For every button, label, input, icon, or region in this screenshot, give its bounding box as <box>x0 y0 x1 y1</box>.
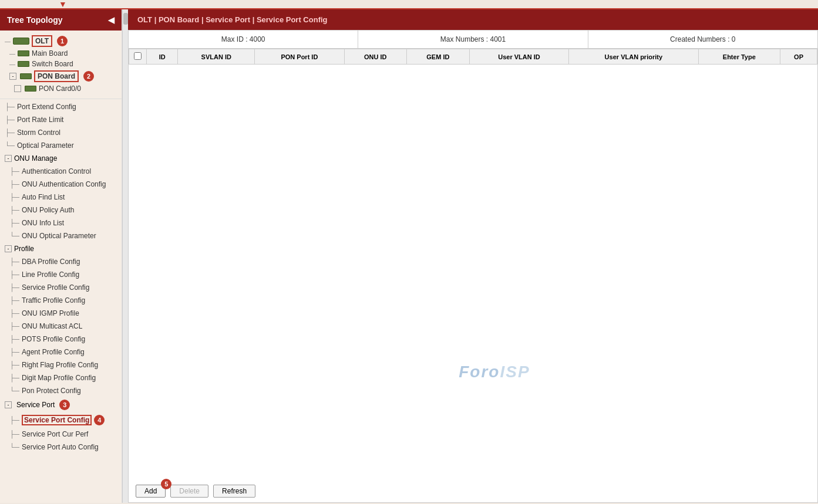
menu-agent-profile[interactable]: ├─ Agent Profile Config <box>0 346 122 358</box>
menu-group-profile[interactable]: - Profile <box>0 242 122 255</box>
top-arrow: ▼ <box>59 0 67 9</box>
menu-label-pon-protect: Pon Protect Config <box>22 387 81 395</box>
col-op: OP <box>780 49 817 65</box>
tree-node-main-board[interactable]: — Main Board <box>0 48 122 59</box>
menu-label-digit-map: Digit Map Profile Config <box>22 374 96 382</box>
badge-4: 4 <box>94 415 105 425</box>
col-gem-id: GEM ID <box>406 49 469 65</box>
menu-port-extend-config[interactable]: ├─ Port Extend Config <box>0 100 122 113</box>
pon-card-label: PON Card0/0 <box>39 84 81 93</box>
menu-label-onu-manage: ONU Manage <box>14 154 57 163</box>
pon-board-label: PON Board <box>34 70 79 82</box>
menu-label-onu-optical: ONU Optical Parameter <box>22 232 96 240</box>
prefix-icon: ├─ <box>5 258 19 266</box>
prefix-icon: ├─ <box>5 348 19 356</box>
stats-row: Max ID : 4000 Max Numbers : 4001 Created… <box>129 31 817 49</box>
menu-onu-auth-config[interactable]: ├─ ONU Authentication Config <box>0 178 122 191</box>
menu-group-service-port[interactable]: - Service Port 3 <box>0 397 122 412</box>
created-numbers-value: 0 <box>732 35 736 43</box>
breadcrumb-config: Service Port Config <box>257 15 328 24</box>
tree-node-switch-board[interactable]: — Switch Board <box>0 59 122 69</box>
breadcrumb-sep1: | <box>154 15 159 24</box>
watermark-text: ForoISP <box>459 363 530 381</box>
menu-onu-info-list[interactable]: ├─ ONU Info List <box>0 217 122 229</box>
max-id-value: 4000 <box>250 35 265 43</box>
menu-onu-multicast[interactable]: ├─ ONU Multicast ACL <box>0 320 122 333</box>
switch-board-icon <box>18 61 29 67</box>
menu-onu-optical-parameter[interactable]: └─ ONU Optical Parameter <box>0 229 122 242</box>
breadcrumb-pon-board: PON Board <box>159 15 199 24</box>
col-svlan-id: SVLAN ID <box>178 49 255 65</box>
badge-3: 3 <box>59 400 70 410</box>
menu-auto-find-list[interactable]: ├─ Auto Find List <box>0 191 122 204</box>
menu-label-onu-auth: ONU Authentication Config <box>22 180 106 188</box>
menu-service-port-config[interactable]: ├─ Service Port Config 4 <box>0 412 122 428</box>
tree-node-pon-card[interactable]: PON Card0/0 <box>0 83 122 94</box>
tree-node-olt[interactable]: — OLT 1 <box>0 34 122 48</box>
prefix-icon: └─ <box>5 232 19 240</box>
prefix-icon: ├─ <box>5 361 19 369</box>
menu-label-port-rate: Port Rate Limit <box>17 116 63 124</box>
prefix-icon: ├─ <box>5 416 19 424</box>
table-header-checkbox[interactable] <box>129 49 147 65</box>
switch-board-label: Switch Board <box>32 60 73 68</box>
max-id-cell: Max ID : 4000 <box>129 31 358 48</box>
pon-board-icon <box>20 73 32 79</box>
prefix-icon: ├─ <box>5 309 19 317</box>
prefix-icon: └─ <box>5 387 19 395</box>
breadcrumb: OLT | PON Board | Service Port | Service… <box>128 9 818 30</box>
menu-label-service-port-config: Service Port Config <box>22 415 92 425</box>
table-wrapper: ID SVLAN ID PON Port ID ONU ID GEM ID Us… <box>129 49 817 265</box>
prefix-icon: ├─ <box>5 322 19 330</box>
prefix-icon: └─ <box>5 141 15 150</box>
max-numbers-label: Max Numbers : <box>440 35 490 43</box>
olt-label: OLT <box>32 35 52 47</box>
menu-label-port-extend: Port Extend Config <box>17 103 76 111</box>
col-onu-id: ONU ID <box>344 49 406 65</box>
main-board-icon <box>18 50 29 56</box>
menu-pon-protect[interactable]: └─ Pon Protect Config <box>0 384 122 397</box>
watermark-container: ForoISP <box>129 265 817 481</box>
menu-label-auth-control: Authentication Control <box>22 167 91 175</box>
menu-service-port-cur-perf[interactable]: ├─ Service Port Cur Perf <box>0 428 122 441</box>
menu-storm-control[interactable]: ├─ Storm Control <box>0 126 122 139</box>
olt-icon <box>13 38 29 45</box>
menu-label-service-port: Service Port <box>16 401 55 409</box>
menu-line-profile[interactable]: ├─ Line Profile Config <box>0 268 122 281</box>
menu-label-onu-igmp: ONU IGMP Profile <box>22 309 79 317</box>
menu-onu-policy-auth[interactable]: ├─ ONU Policy Auth <box>0 204 122 217</box>
breadcrumb-olt: OLT <box>137 15 152 24</box>
select-all-checkbox[interactable] <box>134 52 142 60</box>
tree-node-pon-board[interactable]: - PON Board 2 <box>0 69 122 83</box>
menu-optical-parameter[interactable]: └─ Optical Parameter <box>0 139 122 152</box>
menu-pots-profile[interactable]: ├─ POTS Profile Config <box>0 333 122 346</box>
prefix-icon: └─ <box>5 443 19 451</box>
menu-authentication-control[interactable]: ├─ Authentication Control <box>0 165 122 178</box>
max-numbers-value: 4001 <box>490 35 506 43</box>
menu-service-port-auto-config[interactable]: └─ Service Port Auto Config <box>0 441 122 454</box>
menu-label-line-profile: Line Profile Config <box>22 270 79 279</box>
menu-onu-igmp[interactable]: ├─ ONU IGMP Profile <box>0 307 122 320</box>
menu-label-dba: DBA Profile Config <box>22 258 80 266</box>
prefix-icon: ├─ <box>5 193 19 201</box>
menu-label-optical: Optical Parameter <box>17 141 74 150</box>
menu-label-right-flag: Right Flag Profile Config <box>22 361 98 369</box>
sidebar-header: Tree Topology ◀ <box>0 9 122 31</box>
menu-label-onu-info: ONU Info List <box>22 219 64 227</box>
menu-label-storm: Storm Control <box>17 128 60 137</box>
menu-service-profile[interactable]: ├─ Service Profile Config <box>0 281 122 294</box>
menu-label-auto-config: Service Port Auto Config <box>22 443 99 451</box>
refresh-button[interactable]: Refresh <box>213 485 255 498</box>
menu-label-cur-perf: Service Port Cur Perf <box>22 430 88 438</box>
menu-traffic-profile[interactable]: ├─ Traffic Profile Config <box>0 294 122 307</box>
prefix-icon: ├─ <box>5 296 19 305</box>
pon-card-icon <box>25 86 36 92</box>
col-id: ID <box>147 49 178 65</box>
delete-button[interactable]: Delete <box>170 485 208 498</box>
menu-group-onu-manage[interactable]: - ONU Manage <box>0 152 122 165</box>
badge-2: 2 <box>83 71 94 82</box>
menu-dba-profile[interactable]: ├─ DBA Profile Config <box>0 255 122 268</box>
menu-digit-map[interactable]: ├─ Digit Map Profile Config <box>0 371 122 384</box>
menu-port-rate-limit[interactable]: ├─ Port Rate Limit <box>0 113 122 126</box>
menu-right-flag[interactable]: ├─ Right Flag Profile Config <box>0 358 122 371</box>
